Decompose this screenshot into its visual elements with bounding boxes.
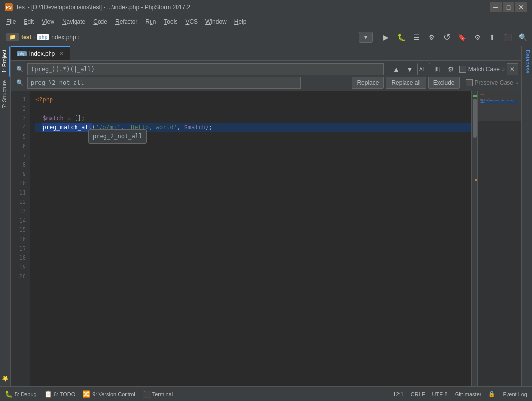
preserve-case-expand[interactable]: » [515, 80, 518, 86]
maximize-button[interactable]: □ [503, 2, 514, 12]
status-terminal-label: Terminal [152, 391, 173, 397]
menu-refactor[interactable]: Refactor [111, 17, 141, 26]
minimize-button[interactable]: ─ [490, 2, 502, 12]
menu-edit[interactable]: Edit [20, 17, 38, 26]
code-line-1: <?php [35, 95, 471, 104]
code-line-15 [35, 226, 471, 235]
menu-tools[interactable]: Tools [160, 17, 181, 26]
match-words-button[interactable]: |II| [431, 63, 444, 75]
line-num-2: 2 [11, 104, 26, 114]
menu-navigate[interactable]: Navigate [58, 17, 89, 26]
match-all-button[interactable]: ALL [417, 63, 430, 75]
menu-bar: File Edit View Navigate Code Refactor Ru… [0, 15, 532, 28]
code-line-10 [35, 179, 471, 188]
main-layout: 1: Project 7: Structure ⭐ php index.php … [0, 46, 532, 386]
profile-button[interactable]: ⚙ [425, 30, 438, 44]
line-num-15: 15 [11, 226, 26, 235]
find-close-button[interactable]: ✕ [507, 63, 518, 75]
breadcrumb-folder[interactable]: test [21, 34, 31, 41]
status-position[interactable]: 12:1 [393, 391, 403, 397]
sidebar-tab-project[interactable]: 1: Project [0, 46, 10, 76]
minimap: <?php $match = []; preg_match_all('/o/mi… [477, 91, 521, 386]
line-num-8: 8 [11, 160, 26, 170]
status-debug[interactable]: 🐛 5: Debug [5, 390, 37, 398]
breadcrumb-dropdown[interactable]: ▾ [359, 32, 373, 43]
menu-file[interactable]: File [2, 17, 20, 26]
coverage-button[interactable]: ☰ [409, 30, 423, 44]
sidebar-tab-structure[interactable]: 7: Structure [0, 76, 10, 112]
breadcrumb-file[interactable]: index.php [51, 34, 76, 41]
main-toolbar: 📁 test › php index.php › ▾ ▶ 🐛 ☰ ⚙ ↺ 🔖 ⚙… [0, 28, 532, 46]
status-lock-icon: 🔒 [488, 391, 495, 397]
prev-match-button[interactable]: ▲ [390, 63, 403, 75]
folder-icon: 📁 [6, 33, 19, 41]
menu-view[interactable]: View [38, 17, 58, 26]
scroll-thumb[interactable] [473, 99, 477, 138]
line-num-13: 13 [11, 207, 26, 216]
line-num-10: 10 [11, 179, 26, 188]
run-button[interactable]: ▶ [379, 30, 393, 44]
stop-button[interactable]: ⬛ [501, 30, 514, 44]
code-line-12 [35, 198, 471, 207]
menu-code[interactable]: Code [89, 17, 111, 26]
menu-window[interactable]: Window [202, 17, 230, 26]
code-line-16 [35, 235, 471, 244]
next-match-button[interactable]: ▼ [404, 63, 416, 75]
menu-help[interactable]: Help [230, 17, 251, 26]
bookmark-button[interactable]: 🔖 [455, 30, 469, 44]
menu-run[interactable]: Run [141, 17, 160, 26]
code-line-9 [35, 170, 471, 179]
tab-php-badge: php [17, 51, 27, 56]
replace-all-button[interactable]: Replace all [386, 77, 426, 89]
exclude-button[interactable]: Exclude [428, 77, 460, 89]
replace-input[interactable] [27, 77, 301, 89]
code-content[interactable]: <?php $match = []; preg_match_all('/o/mi… [30, 91, 471, 386]
menu-vcs[interactable]: VCS [181, 17, 202, 26]
match-case-expand[interactable]: » [502, 66, 505, 72]
scroll-track[interactable] [471, 91, 477, 386]
replace-button[interactable]: Replace [352, 77, 384, 89]
debug-button[interactable]: 🐛 [394, 30, 408, 44]
status-git[interactable]: Git: master [455, 391, 481, 397]
todo-icon: 📋 [44, 390, 52, 398]
title-bar-controls[interactable]: ─ □ ✕ [490, 2, 527, 12]
sidebar-tab-favorites[interactable]: ⭐ [0, 372, 10, 386]
preserve-case-checkbox[interactable] [466, 79, 473, 86]
tab-close-button[interactable]: ✕ [59, 50, 64, 57]
close-button[interactable]: ✕ [515, 2, 527, 12]
sidebar-tab-database[interactable]: Database [522, 46, 532, 77]
status-encoding[interactable]: UTF-8 [432, 391, 447, 397]
revert-button[interactable]: ↺ [440, 30, 454, 44]
match-case-checkbox[interactable] [459, 66, 466, 73]
editor-tab-index[interactable]: php index.php ✕ [11, 46, 70, 60]
status-event-log[interactable]: Event Log [503, 391, 527, 397]
line-num-14: 14 [11, 216, 26, 226]
search-everywhere-button[interactable]: 🔍 [516, 30, 530, 44]
share-button[interactable]: ⬆ [485, 30, 499, 44]
status-line-ending[interactable]: CRLF [411, 391, 425, 397]
tab-bar: php index.php ✕ [11, 46, 521, 61]
line-num-7: 7 [11, 151, 26, 160]
replace-row: 🔍 Replace Replace all Exclude Preserve C… [14, 77, 518, 89]
autocomplete-popup[interactable]: preg_2_not_all [88, 129, 147, 144]
autocomplete-text: preg_2_not_all [93, 133, 142, 140]
line-num-17: 17 [11, 244, 26, 253]
code-line-2 [35, 104, 471, 114]
tab-label: index.php [29, 50, 55, 57]
status-terminal[interactable]: ⬛ Terminal [143, 390, 173, 398]
breadcrumb: 📁 test › php index.php › [2, 33, 357, 41]
preserve-case-area: Preserve Case » [466, 79, 519, 86]
find-input[interactable] [27, 63, 384, 75]
line-num-12: 12 [11, 198, 26, 207]
code-line-8 [35, 160, 471, 170]
status-todo[interactable]: 📋 6: TODO [44, 390, 76, 398]
regex-settings-button[interactable]: ⚙ [445, 63, 457, 75]
status-vcs[interactable]: 🔀 9: Version Control [82, 390, 135, 398]
minimap-highlight [478, 91, 521, 121]
settings-button[interactable]: ⚙ [470, 30, 484, 44]
breadcrumb-file-icon: php [37, 34, 48, 40]
code-line-14 [35, 216, 471, 226]
find-icon: 🔍 [14, 63, 25, 75]
terminal-icon: ⬛ [143, 390, 151, 398]
right-sidebar: Database [521, 46, 532, 386]
